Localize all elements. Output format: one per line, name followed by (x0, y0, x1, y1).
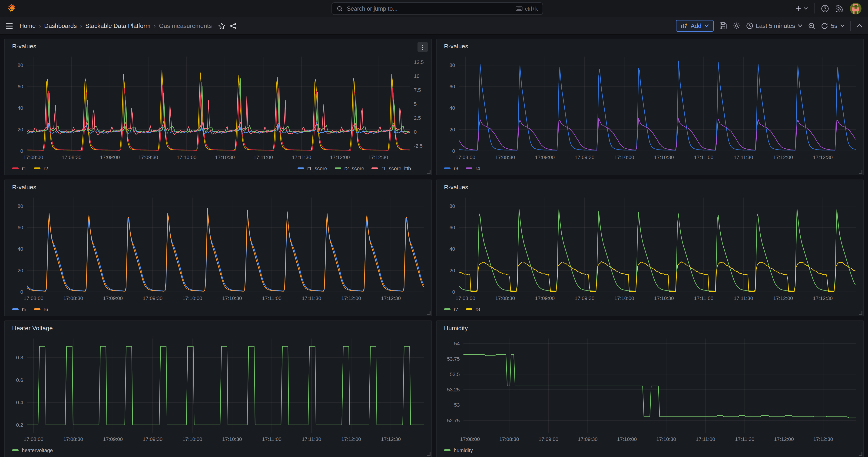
svg-text:17:08:30: 17:08:30 (62, 154, 81, 160)
breadcrumb-folder[interactable]: Stackable Data Platform (85, 22, 150, 29)
favorite-star-icon[interactable] (218, 22, 226, 30)
menu-icon[interactable] (6, 23, 13, 29)
save-dashboard-icon[interactable] (719, 22, 727, 30)
grafana-logo-icon[interactable] (6, 3, 17, 13)
svg-text:17:12:00: 17:12:00 (773, 295, 793, 301)
legend-item-r7[interactable]: r7 (444, 307, 458, 312)
panel-title[interactable]: R-values (12, 184, 36, 191)
svg-text:17:08:30: 17:08:30 (495, 295, 515, 301)
legend-item-r1_score_lttb[interactable]: r1_score_lttb (372, 165, 411, 171)
add-button[interactable]: Add (676, 20, 713, 32)
panel-title[interactable]: R-values (444, 184, 468, 191)
legend-swatch (12, 308, 19, 310)
legend-item-r3[interactable]: r3 (444, 165, 458, 171)
panel-legend: heatervoltage (12, 448, 424, 453)
breadcrumb-separator-icon: › (154, 22, 156, 29)
panel-resize-handle[interactable] (859, 170, 862, 174)
svg-text:20: 20 (450, 268, 455, 274)
panel-resize-handle[interactable] (427, 170, 431, 174)
svg-text:10: 10 (414, 73, 420, 79)
svg-text:0.4: 0.4 (16, 400, 23, 405)
panel-title[interactable]: Humidity (444, 325, 468, 332)
share-icon[interactable] (229, 22, 237, 30)
panel-title[interactable]: Heater Voltage (12, 325, 53, 332)
legend-item-heatervoltage[interactable]: heatervoltage (12, 448, 53, 453)
svg-text:17:09:30: 17:09:30 (143, 436, 162, 442)
svg-text:80: 80 (18, 203, 23, 209)
panel-legend: r3r4 (444, 165, 856, 171)
legend-item-r6[interactable]: r6 (34, 307, 48, 312)
legend-item-r5[interactable]: r5 (12, 307, 27, 312)
search-input[interactable]: Search or jump to... ctrl+k (332, 2, 543, 15)
time-series-chart[interactable]: 17:08:0017:08:3017:09:0017:09:3017:10:00… (5, 321, 431, 457)
panel-resize-handle[interactable] (859, 311, 862, 315)
time-series-chart[interactable]: 17:08:0017:08:3017:09:0017:09:3017:10:00… (437, 321, 863, 457)
svg-text:17:10:30: 17:10:30 (654, 295, 674, 301)
breadcrumb-home[interactable]: Home (20, 22, 36, 29)
svg-text:17:12:30: 17:12:30 (813, 436, 833, 442)
svg-text:-2.5: -2.5 (414, 143, 423, 149)
panel-resize-handle[interactable] (427, 452, 431, 456)
help-icon[interactable] (821, 4, 829, 12)
panel-title[interactable]: R-values (12, 43, 36, 50)
svg-text:17:09:30: 17:09:30 (143, 295, 162, 301)
svg-text:0.8: 0.8 (16, 355, 23, 361)
dashboard-settings-icon[interactable] (733, 22, 740, 30)
legend-item-r2_score[interactable]: r2_score (335, 165, 364, 171)
legend-item-r8[interactable]: r8 (466, 307, 480, 312)
news-rss-icon[interactable] (835, 4, 843, 12)
grafana-app: Search or jump to... ctrl+k (0, 0, 868, 457)
series-humidity (463, 355, 856, 418)
topbar-divider (814, 3, 814, 13)
series-r8 (459, 262, 856, 292)
svg-text:17:09:00: 17:09:00 (538, 436, 558, 442)
legend-item-r2[interactable]: r2 (34, 165, 48, 171)
panel-r-values-2: R-values 17:08:0017:08:3017:09:0017:09:3… (436, 39, 864, 175)
svg-text:17:12:30: 17:12:30 (381, 295, 401, 301)
svg-text:17:12:00: 17:12:00 (341, 295, 361, 301)
svg-text:60: 60 (450, 84, 455, 90)
svg-text:17:10:00: 17:10:00 (614, 154, 634, 160)
svg-text:17:11:30: 17:11:30 (734, 154, 753, 160)
svg-text:17:12:30: 17:12:30 (368, 154, 388, 160)
legend-item-r1[interactable]: r1 (12, 165, 27, 171)
time-range-picker[interactable]: Last 5 minutes (746, 22, 802, 29)
legend-item-r4[interactable]: r4 (466, 165, 480, 171)
panel-resize-handle[interactable] (427, 311, 431, 315)
zoom-out-icon[interactable] (808, 22, 816, 30)
svg-text:17:10:30: 17:10:30 (222, 436, 242, 442)
new-item-button[interactable] (796, 5, 808, 12)
legend-item-r1_score[interactable]: r1_score (298, 165, 327, 171)
collapse-toolbar-icon[interactable] (857, 24, 862, 28)
svg-text:17:12:00: 17:12:00 (330, 154, 350, 160)
svg-text:17:11:00: 17:11:00 (262, 436, 281, 442)
time-series-chart[interactable]: 17:08:0017:08:3017:09:0017:09:3017:10:00… (437, 180, 863, 316)
panel-title[interactable]: R-values (444, 43, 468, 50)
svg-text:17:08:00: 17:08:00 (456, 154, 475, 160)
legend-label: r1_score (307, 165, 327, 171)
svg-text:0.2: 0.2 (16, 422, 23, 428)
panel-legend: r1r2r1_scorer2_scorer1_score_lttb (12, 165, 424, 171)
breadcrumb-dashboards[interactable]: Dashboards (44, 22, 77, 29)
svg-text:5: 5 (414, 101, 416, 107)
series-r6 (27, 208, 424, 292)
time-series-chart[interactable]: 17:08:0017:08:3017:09:0017:09:3017:10:00… (5, 39, 431, 175)
svg-text:17:09:30: 17:09:30 (138, 154, 158, 160)
svg-text:0: 0 (453, 148, 455, 154)
svg-text:17:11:30: 17:11:30 (292, 154, 311, 160)
time-series-chart[interactable]: 17:08:0017:08:3017:09:0017:09:3017:10:00… (5, 180, 431, 316)
refresh-picker[interactable]: 5s (821, 22, 845, 29)
legend-label: r3 (454, 165, 458, 171)
legend-item-humidity[interactable]: humidity (444, 448, 473, 453)
svg-text:17:12:30: 17:12:30 (813, 295, 833, 301)
user-avatar[interactable] (850, 3, 862, 14)
keyboard-shortcut: ctrl+k (516, 6, 538, 11)
panel-menu-kebab-icon[interactable]: ⋮ (417, 42, 428, 52)
panel-resize-handle[interactable] (859, 452, 862, 456)
svg-text:17:08:00: 17:08:00 (456, 295, 475, 301)
svg-text:17:08:30: 17:08:30 (495, 154, 515, 160)
legend-group: r7r8 (444, 307, 480, 312)
legend-swatch (12, 167, 19, 169)
time-series-chart[interactable]: 17:08:0017:08:3017:09:0017:09:3017:10:00… (437, 39, 863, 175)
svg-text:80: 80 (18, 62, 23, 68)
